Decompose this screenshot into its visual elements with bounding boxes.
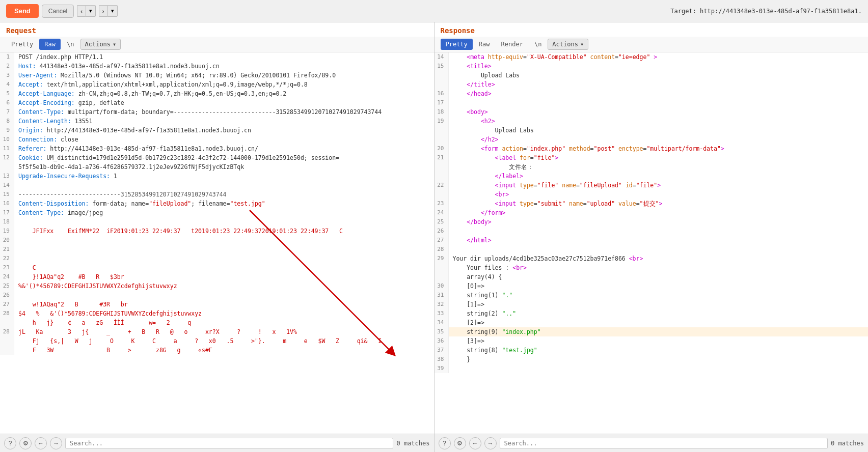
table-row: 14 bbox=[0, 181, 434, 190]
table-row: 26 bbox=[0, 291, 434, 300]
nav-forward-group: › ▾ bbox=[99, 5, 118, 17]
response-title: Response bbox=[441, 26, 475, 35]
main-content: Request Pretty Raw \n Actions ▾ 1 POST /… bbox=[0, 22, 868, 452]
table-row: 19 <h2> bbox=[435, 117, 869, 126]
nav-forward-button[interactable]: › bbox=[99, 5, 107, 17]
response-help-button[interactable]: ? bbox=[439, 437, 451, 449]
response-tab-raw[interactable]: Raw bbox=[474, 39, 495, 50]
nav-forward-dropdown[interactable]: ▾ bbox=[107, 5, 118, 17]
nav-back-dropdown[interactable]: ▾ bbox=[86, 5, 96, 17]
target-label: Target: http://441348e3-013e-485d-af97-f… bbox=[670, 8, 862, 15]
cancel-button[interactable]: Cancel bbox=[42, 5, 74, 18]
request-bottom-bar: ? ⚙ ← → 0 matches bbox=[0, 434, 434, 452]
response-actions-label: Actions bbox=[552, 41, 578, 48]
request-header: Request bbox=[0, 22, 434, 37]
request-matches: 0 matches bbox=[396, 440, 429, 447]
table-row: 16 </head> bbox=[435, 89, 869, 98]
table-row: 20 <form action="index.php" method="post… bbox=[435, 144, 869, 153]
table-row: F 3W B > z8G g «s#Γ bbox=[0, 346, 434, 355]
request-tab-actions[interactable]: Actions ▾ bbox=[80, 39, 121, 50]
request-title: Request bbox=[6, 26, 36, 35]
table-row: 16 Content-Disposition: form-data; name=… bbox=[0, 199, 434, 208]
table-row: Upload Labs bbox=[435, 71, 869, 80]
request-tab-bar: Pretty Raw \n Actions ▾ bbox=[0, 37, 434, 52]
nav-back-button[interactable]: ‹ bbox=[77, 5, 86, 17]
response-actions-chevron: ▾ bbox=[580, 41, 584, 48]
table-row: </h2> bbox=[435, 135, 869, 144]
response-matches: 0 matches bbox=[831, 440, 864, 447]
table-row: 35 string(9) "index.php" bbox=[435, 327, 869, 336]
table-row: 5f5f5e1b-db9c-4da1-a736-4f6286579372.1j2… bbox=[0, 162, 434, 172]
table-row: 2 Host: 441348e3-013e-485d-af97-f1a35811… bbox=[0, 62, 434, 71]
table-row: 25 </body> bbox=[435, 217, 869, 227]
help-button[interactable]: ? bbox=[4, 437, 16, 449]
response-tab-actions[interactable]: Actions ▾ bbox=[548, 39, 588, 50]
table-row: <br> bbox=[435, 190, 869, 199]
table-row: array(4) { bbox=[435, 272, 869, 281]
table-row: 28 $4 % &'()*56789:CDEFGHIJSTUVWXYZcdefg… bbox=[0, 309, 434, 318]
table-row: 39 bbox=[435, 364, 869, 373]
send-button[interactable]: Send bbox=[6, 4, 39, 18]
forward-button[interactable]: → bbox=[50, 437, 62, 449]
table-row: 32 [1]=> bbox=[435, 300, 869, 309]
table-row: 27 w!1AQaq"2 B #3R br bbox=[0, 300, 434, 309]
response-tab-pretty[interactable]: Pretty bbox=[441, 39, 473, 50]
table-row: Upload Labs bbox=[435, 126, 869, 135]
table-row: 34 [2]=> bbox=[435, 318, 869, 327]
table-row: 24 </form> bbox=[435, 208, 869, 217]
table-row: 28 bbox=[435, 245, 869, 254]
table-row: 26 bbox=[435, 227, 869, 236]
table-row: 22 <input type="file" name="fileUpload" … bbox=[435, 181, 869, 190]
table-row: 15 -----------------------------31528534… bbox=[0, 190, 434, 199]
table-row: Your files : <br> bbox=[435, 263, 869, 272]
table-row: 21 bbox=[0, 245, 434, 254]
nav-back-group: ‹ ▾ bbox=[77, 5, 96, 17]
request-tab-raw[interactable]: Raw bbox=[39, 39, 61, 50]
table-row: 9 Origin: http://441348e3-013e-485d-af97… bbox=[0, 126, 434, 135]
table-row: 28 jL Ka 3 j{ _ + B R @ o xr?X ? ! x 1V% bbox=[0, 327, 434, 336]
table-row: 11 Referer: http://441348e3-013e-485d-af… bbox=[0, 144, 434, 153]
table-row: 1 POST /index.php HTTP/1.1 bbox=[0, 52, 434, 62]
back-button[interactable]: ← bbox=[35, 437, 47, 449]
response-search-input[interactable] bbox=[500, 438, 828, 449]
request-panel: Request Pretty Raw \n Actions ▾ 1 POST /… bbox=[0, 22, 435, 452]
request-code-area[interactable]: 1 POST /index.php HTTP/1.1 2 Host: 44134… bbox=[0, 52, 434, 434]
table-row: 17 Content-Type: image/jpeg bbox=[0, 208, 434, 217]
table-row: 20 bbox=[0, 236, 434, 245]
response-header: Response bbox=[435, 22, 869, 37]
response-code-area[interactable]: 14 <meta http-equiv="X-UA-Compatible" co… bbox=[435, 52, 869, 434]
table-row: 24 }!1AQa"q2 #B R $3br bbox=[0, 272, 434, 281]
response-tab-n[interactable]: \n bbox=[529, 39, 547, 50]
table-row: 23 C bbox=[0, 263, 434, 272]
toolbar-left: Send Cancel ‹ ▾ › ▾ bbox=[6, 4, 118, 18]
table-row: 36 [3]=> bbox=[435, 336, 869, 346]
table-row: 6 Accept-Encoding: gzip, deflate bbox=[0, 98, 434, 107]
response-panel: Response Pretty Raw Render \n Actions ▾ … bbox=[435, 22, 869, 452]
table-row: 33 string(2) ".." bbox=[435, 309, 869, 318]
table-row: 8 Content-Length: 13551 bbox=[0, 117, 434, 126]
table-row: 27 </html> bbox=[435, 236, 869, 245]
request-actions-label: Actions bbox=[85, 41, 111, 48]
request-tab-pretty[interactable]: Pretty bbox=[6, 39, 38, 50]
table-row: 29 Your dir uploads/4cd1be325ac03ae27c75… bbox=[435, 254, 869, 263]
table-row: 19 JFIFxx ExifMM*22 iF2019:01:23 22:49:3… bbox=[0, 227, 434, 236]
table-row: </label> bbox=[435, 172, 869, 181]
table-row: 22 bbox=[0, 254, 434, 263]
search-input[interactable] bbox=[65, 438, 393, 449]
table-row: 13 Upgrade-Insecure-Requests: 1 bbox=[0, 172, 434, 181]
request-tab-n[interactable]: \n bbox=[62, 39, 79, 50]
table-row: 14 <meta http-equiv="X-UA-Compatible" co… bbox=[435, 52, 869, 62]
table-row: 37 string(8) "test.jpg" bbox=[435, 346, 869, 355]
table-row: 18 bbox=[0, 217, 434, 227]
response-back-button[interactable]: ← bbox=[469, 437, 481, 449]
response-settings-button[interactable]: ⚙ bbox=[454, 437, 466, 449]
table-row: 17 bbox=[435, 98, 869, 107]
settings-button[interactable]: ⚙ bbox=[19, 437, 32, 449]
table-row: 12 Cookie: UM_distinctid=179d1e2591d5d-0… bbox=[0, 153, 434, 162]
response-tab-render[interactable]: Render bbox=[496, 39, 528, 50]
request-actions-chevron: ▾ bbox=[113, 41, 116, 48]
table-row: 7 Content-Type: multipart/form-data; bou… bbox=[0, 107, 434, 117]
response-tab-bar: Pretty Raw Render \n Actions ▾ bbox=[435, 37, 869, 52]
response-forward-button[interactable]: → bbox=[484, 437, 497, 449]
table-row: 5 Accept-Language: zh-CN,zh;q=0.8,zh-TW;… bbox=[0, 89, 434, 98]
